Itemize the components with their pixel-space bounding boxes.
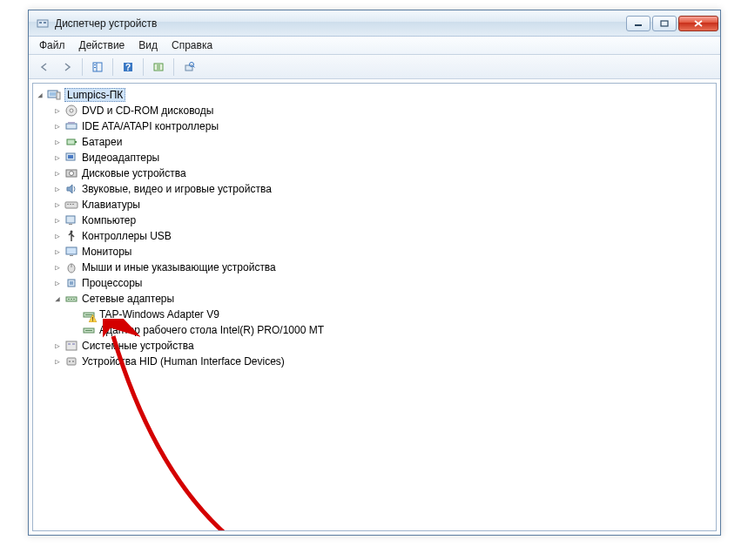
svg-point-29 [70, 172, 74, 176]
svg-rect-30 [65, 202, 77, 208]
minimize-button[interactable] [626, 16, 650, 31]
category-icon [64, 260, 78, 274]
svg-rect-27 [68, 155, 73, 159]
collapse-icon[interactable]: ◢ [35, 90, 45, 100]
tree-category[interactable]: ▷Мониторы [51, 244, 716, 260]
category-icon [64, 354, 78, 368]
svg-rect-56 [67, 358, 76, 365]
tree-category-label: Мыши и иные указывающие устройства [82, 261, 276, 273]
tree-root[interactable]: ◢ Lumpics-ПК ▷DVD и CD-ROM дисководы▷IDE… [33, 87, 716, 369]
forward-button[interactable] [57, 57, 77, 77]
scan-hardware-button[interactable] [148, 57, 169, 77]
tree-category[interactable]: ▷Компьютер [51, 213, 716, 228]
toolbar-separator [143, 58, 144, 76]
expand-icon[interactable]: ▷ [52, 121, 63, 132]
expand-icon[interactable]: ▷ [52, 356, 63, 367]
svg-rect-53 [66, 341, 77, 350]
svg-text:?: ? [125, 63, 131, 72]
expand-icon[interactable]: ▷ [52, 246, 63, 257]
tree-category[interactable]: ◢Сетевые адаптеры!TAP-Windows Adapter V9… [51, 291, 716, 338]
close-button[interactable] [678, 16, 718, 31]
expand-icon[interactable]: ▷ [52, 278, 63, 288]
app-icon [36, 17, 50, 30]
tree-category-label: Процессоры [82, 277, 143, 289]
expand-icon[interactable]: ▷ [52, 105, 63, 116]
svg-rect-35 [69, 224, 72, 225]
svg-rect-1 [39, 22, 42, 24]
tree-category[interactable]: ▷Батареи [51, 134, 716, 150]
category-icon [64, 198, 78, 212]
expand-icon[interactable]: ▷ [52, 199, 63, 210]
expand-icon[interactable]: ▷ [52, 152, 63, 163]
category-icon [64, 245, 78, 259]
tree-category-label: Сетевые адаптеры [82, 293, 174, 305]
tree-category[interactable]: ▷IDE ATA/ATAPI контроллеры [51, 118, 716, 134]
menubar: Файл Действие Вид Справка [29, 37, 720, 55]
svg-rect-24 [67, 139, 75, 145]
collapse-icon[interactable]: ◢ [52, 293, 63, 304]
tree-category-label: Устройства HID (Human Interface Devices) [82, 355, 285, 368]
tree-category[interactable]: ▷Системные устройства [51, 338, 716, 354]
svg-rect-32 [70, 204, 71, 205]
tree-category-label: Мониторы [82, 246, 131, 258]
computer-icon [47, 88, 61, 102]
tree-category-label: Звуковые, видео и игровые устройства [82, 183, 272, 195]
category-icon [64, 182, 78, 196]
show-hide-tree-button[interactable] [87, 57, 108, 77]
window-title: Диспетчер устройств [55, 17, 626, 30]
toolbar-separator [82, 58, 83, 76]
menu-view[interactable]: Вид [131, 37, 165, 53]
tree-category[interactable]: ▷Контроллеры USB [51, 228, 716, 244]
svg-rect-22 [66, 124, 77, 129]
scan-changes-button[interactable] [179, 57, 199, 77]
tree-category-label: Контроллеры USB [82, 230, 172, 242]
expand-icon[interactable]: ▷ [52, 262, 63, 273]
network-adapter-icon [82, 323, 96, 337]
help-button[interactable]: ? [118, 57, 138, 77]
svg-rect-25 [75, 141, 77, 143]
svg-point-58 [72, 361, 74, 362]
maximize-button[interactable] [652, 16, 677, 31]
svg-rect-10 [94, 67, 96, 68]
device-tree-panel[interactable]: ◢ Lumpics-ПК ▷DVD и CD-ROM дисководы▷IDE… [32, 83, 717, 531]
tree-device[interactable]: !TAP-Windows Adapter V9 [68, 307, 716, 322]
tree-device[interactable]: Адаптер рабочего стола Intel(R) PRO/1000… [68, 322, 716, 338]
tree-device-label: Адаптер рабочего стола Intel(R) PRO/1000… [99, 324, 324, 336]
tree-root-label: Lumpics-ПК [64, 88, 125, 102]
category-icon [64, 292, 78, 306]
back-button[interactable] [34, 57, 55, 77]
svg-rect-52 [85, 330, 92, 331]
menu-file[interactable]: Файл [32, 37, 72, 53]
expand-icon[interactable]: ▷ [52, 168, 63, 179]
tree-category[interactable]: ▷Звуковые, видео и игровые устройства [51, 181, 716, 197]
svg-rect-14 [185, 65, 192, 71]
category-icon [64, 229, 78, 243]
svg-rect-2 [44, 22, 46, 24]
tree-category[interactable]: ▷Видеоадаптеры [51, 150, 716, 165]
tree-category[interactable]: ▷Мыши и иные указывающие устройства [51, 260, 716, 275]
svg-line-16 [193, 66, 195, 68]
svg-text:!: ! [92, 316, 94, 322]
category-icon [64, 339, 78, 353]
toolbar-separator [173, 58, 174, 76]
tree-category[interactable]: ▷DVD и CD-ROM дисководы [51, 103, 716, 118]
menu-action[interactable]: Действие [72, 37, 132, 53]
tree-category[interactable]: ▷Клавиатуры [51, 197, 716, 213]
expand-icon[interactable]: ▷ [52, 184, 63, 194]
expand-icon[interactable]: ▷ [52, 137, 63, 147]
expand-icon[interactable]: ▷ [52, 231, 63, 241]
tree-category[interactable]: ▷Дисковые устройства [51, 165, 716, 181]
svg-rect-44 [68, 299, 70, 300]
expand-icon[interactable]: ▷ [52, 341, 63, 351]
titlebar[interactable]: Диспетчер устройств [29, 10, 720, 37]
svg-rect-9 [94, 64, 96, 65]
tree-category-label: IDE ATA/ATAPI контроллеры [82, 120, 219, 132]
expand-icon[interactable]: ▷ [52, 215, 63, 226]
tree-category[interactable]: ▷Процессоры [51, 275, 716, 291]
svg-rect-0 [37, 20, 48, 27]
svg-rect-46 [73, 299, 75, 300]
svg-rect-19 [57, 92, 60, 99]
tree-category[interactable]: ▷Устройства HID (Human Interface Devices… [51, 354, 716, 369]
menu-help[interactable]: Справка [165, 37, 219, 53]
category-icon [64, 276, 78, 290]
